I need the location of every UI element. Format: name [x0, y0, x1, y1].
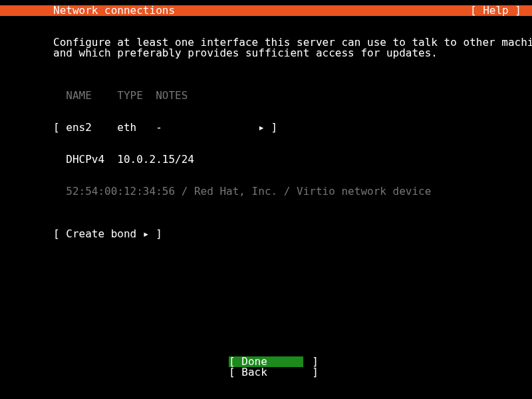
create-bond-label: Create bond: [66, 227, 143, 240]
chevron-right-icon: ▸: [258, 121, 265, 134]
table-header: NAME TYPE NOTES: [53, 90, 532, 101]
header-bar: Network connections [ Help ]: [0, 5, 532, 16]
iface-notes: -: [156, 121, 258, 134]
bracket-close: ]: [265, 121, 277, 134]
bracket-open: [: [53, 121, 66, 134]
help-button[interactable]: [ Help ]: [470, 5, 521, 16]
bracket-close: ]: [150, 227, 162, 240]
spacer: [53, 59, 532, 69]
interface-row[interactable]: [ ens2 eth - ▸ ]: [53, 122, 532, 133]
iface-type: eth: [117, 121, 156, 134]
nav-footer: [ Done ] [ Back ]: [0, 356, 532, 378]
back-button[interactable]: [ Back ]: [229, 367, 303, 378]
bracket-open: [: [53, 227, 66, 240]
create-bond-button[interactable]: [ Create bond ▸ ]: [53, 229, 532, 239]
iface-name: ens2: [66, 121, 117, 134]
device-info-row: 52:54:00:12:34:56 / Red Hat, Inc. / Virt…: [53, 186, 532, 197]
interface-table: NAME TYPE NOTES [ ens2 eth - ▸ ] DHCPv4 …: [53, 69, 532, 218]
instruction-text-line2: and which preferably provides sufficient…: [53, 48, 532, 59]
chevron-right-icon: ▸: [143, 227, 150, 240]
main-content: Configure at least one interface this se…: [0, 37, 532, 239]
page-title: Network connections: [53, 5, 175, 16]
spacer: [0, 16, 532, 27]
address-row: DHCPv4 10.0.2.15/24: [53, 154, 532, 165]
